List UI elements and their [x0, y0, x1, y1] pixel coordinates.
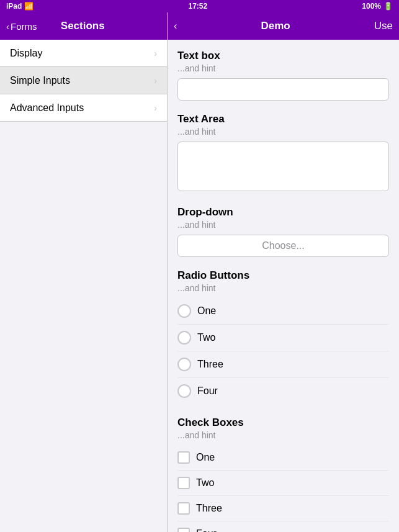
- checkbox-box-four: [177, 528, 190, 532]
- battery-label: 100%: [362, 2, 381, 11]
- radio-label: Radio Buttons: [177, 269, 389, 282]
- checkbox-option-one: One: [196, 452, 215, 463]
- main-panel: ‹ Demo Use Text box ...and hint Text Are…: [168, 12, 399, 532]
- sidebar-item-simple-inputs[interactable]: Simple Inputs ›: [0, 67, 167, 94]
- sidebar-item-label-simple-inputs: Simple Inputs: [10, 75, 70, 86]
- battery-icon: 🔋: [383, 2, 393, 11]
- sidebar: ‹ Forms Sections Display › Simple Inputs…: [0, 12, 168, 532]
- checkbox-option-three: Three: [196, 503, 222, 514]
- dropdown-section: Drop-down ...and hint Choose...: [177, 206, 389, 257]
- radio-circle-four: [177, 384, 191, 398]
- dropdown-label: Drop-down: [177, 206, 389, 219]
- checkbox-box-one: [177, 451, 190, 464]
- radio-item-one[interactable]: One: [177, 298, 389, 325]
- checkbox-item-one[interactable]: One: [177, 445, 389, 471]
- sidebar-item-label-display: Display: [10, 48, 42, 59]
- radio-item-two[interactable]: Two: [177, 325, 389, 351]
- sidebar-spacer: [0, 286, 167, 533]
- checkbox-item-two[interactable]: Two: [177, 471, 389, 496]
- sidebar-back-button[interactable]: ‹ Forms: [6, 21, 37, 32]
- radio-option-four: Four: [197, 385, 218, 397]
- text-box-hint: ...and hint: [177, 63, 389, 73]
- main-back-chevron-icon: ‹: [174, 20, 177, 31]
- checkbox-label: Check Boxes: [177, 417, 389, 429]
- radio-group: One Two Three Four: [177, 298, 389, 404]
- checkbox-option-four: Four: [196, 528, 217, 532]
- status-bar: iPad 📶 17:52 100% 🔋: [0, 0, 399, 12]
- dropdown-placeholder: Choose...: [262, 240, 304, 251]
- radio-option-three: Three: [197, 359, 223, 370]
- chevron-right-icon-display: ›: [154, 48, 157, 58]
- checkbox-group: One Two Three Four: [177, 445, 389, 532]
- checkbox-box-three: [177, 502, 190, 515]
- text-box-section: Text box ...and hint: [177, 50, 389, 101]
- main-back-button[interactable]: ‹: [174, 20, 177, 32]
- checkbox-option-two: Two: [196, 477, 214, 489]
- checkbox-item-three[interactable]: Three: [177, 496, 389, 521]
- sidebar-nav-bar: ‹ Forms Sections: [0, 12, 167, 40]
- back-chevron-icon: ‹: [6, 21, 9, 32]
- radio-circle-one: [177, 304, 191, 318]
- use-button[interactable]: Use: [374, 20, 393, 32]
- sidebar-title: Sections: [42, 20, 124, 32]
- radio-item-four[interactable]: Four: [177, 378, 389, 404]
- main-title: Demo: [261, 20, 290, 32]
- status-time: 17:52: [188, 2, 207, 11]
- checkbox-section: Check Boxes ...and hint One Two Three: [177, 417, 389, 532]
- sidebar-items: Display › Simple Inputs › Advanced Input…: [0, 40, 167, 286]
- chevron-right-icon-simple-inputs: ›: [154, 76, 157, 86]
- wifi-icon: 📶: [24, 2, 34, 11]
- radio-circle-three: [177, 358, 191, 371]
- status-left: iPad 📶: [6, 2, 34, 11]
- text-box-input[interactable]: [177, 78, 389, 101]
- sidebar-item-display[interactable]: Display ›: [0, 40, 167, 67]
- dropdown-hint: ...and hint: [177, 220, 389, 230]
- main-content: Text box ...and hint Text Area ...and hi…: [168, 40, 399, 532]
- sidebar-item-advanced-inputs[interactable]: Advanced Inputs ›: [0, 94, 167, 122]
- text-area-input[interactable]: [177, 142, 389, 191]
- chevron-right-icon-advanced-inputs: ›: [154, 103, 157, 113]
- radio-option-two: Two: [197, 332, 215, 343]
- checkbox-box-two: [177, 477, 190, 489]
- radio-circle-two: [177, 331, 191, 345]
- main-nav-bar: ‹ Demo Use: [168, 12, 399, 40]
- sidebar-item-label-advanced-inputs: Advanced Inputs: [10, 102, 84, 114]
- checkbox-item-four[interactable]: Four: [177, 521, 389, 532]
- dropdown-button[interactable]: Choose...: [177, 235, 389, 257]
- checkbox-hint: ...and hint: [177, 430, 389, 440]
- status-right: 100% 🔋: [362, 2, 393, 11]
- text-box-label: Text box: [177, 50, 389, 62]
- radio-option-one: One: [197, 305, 216, 317]
- text-area-label: Text Area: [177, 113, 389, 125]
- radio-item-three[interactable]: Three: [177, 351, 389, 378]
- carrier-label: iPad: [6, 2, 22, 11]
- radio-hint: ...and hint: [177, 283, 389, 293]
- text-area-section: Text Area ...and hint: [177, 113, 389, 194]
- text-area-hint: ...and hint: [177, 127, 389, 137]
- app-body: ‹ Forms Sections Display › Simple Inputs…: [0, 12, 399, 532]
- radio-section: Radio Buttons ...and hint One Two Three: [177, 269, 389, 404]
- sidebar-back-label: Forms: [11, 21, 37, 32]
